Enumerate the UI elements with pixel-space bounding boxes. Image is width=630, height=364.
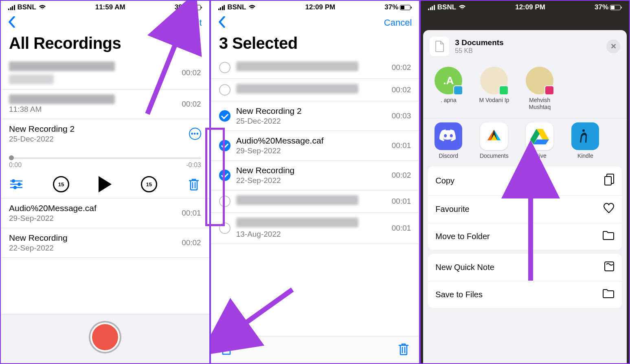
signal-icon — [8, 5, 15, 10]
list-item-selected[interactable]: New Recording 2 25-Dec-2022 ••• — [1, 119, 209, 148]
status-bar: BSNL 12:09 PM 37% — [421, 1, 629, 12]
status-time: 11:59 AM — [95, 3, 125, 11]
play-button[interactable] — [99, 176, 112, 192]
battery-pct: 39% — [175, 3, 189, 11]
close-button[interactable]: ✕ — [606, 39, 620, 53]
contacts-row: .A. apnaM Vodani IpMehvish Mushtaq — [423, 63, 627, 118]
list-item[interactable]: 13-Aug-202200:01 — [211, 213, 419, 244]
apps-row: DiscordDocumentsDriveKindle — [423, 118, 627, 162]
rewind-15-button[interactable]: 15 — [53, 176, 69, 192]
selection-list: 00:0200:02New Recording 225-Dec-202200:0… — [211, 57, 419, 336]
wifi-icon — [459, 4, 466, 10]
player: 0:00-0:03 15 15 — [1, 148, 209, 198]
wifi-icon — [248, 4, 256, 10]
recordings-list: 00:02 11:38 AM 00:02 New Recording 2 25-… — [1, 57, 209, 314]
list-item[interactable]: New Recording22-Sep-2022 00:02 — [1, 228, 209, 258]
record-button[interactable] — [90, 323, 120, 352]
carrier-label: BSNL — [18, 3, 36, 11]
document-icon — [430, 37, 449, 56]
share-title: 3 Documents — [455, 38, 503, 47]
status-bar: BSNL 11:59 AM 39% — [1, 1, 209, 12]
app-discord[interactable]: Discord — [430, 122, 467, 159]
panel-share-sheet: BSNL 12:09 PM 37% 3 Documents 55 KB ✕ .A… — [420, 0, 630, 364]
avatar: .A — [435, 67, 462, 94]
app-documents[interactable]: Documents — [475, 122, 513, 159]
checkbox[interactable] — [219, 140, 230, 151]
action-group: New Quick NoteSave to Files — [428, 254, 622, 308]
contact[interactable]: Mehvish Mushtaq — [521, 67, 558, 111]
share-size: 55 KB — [455, 47, 503, 54]
action-favourite[interactable]: Favourite — [428, 196, 622, 223]
app-icon — [571, 122, 599, 150]
app-icon — [435, 122, 462, 150]
scrubber[interactable] — [9, 157, 201, 159]
svg-point-5 — [14, 186, 16, 189]
more-button[interactable]: ••• — [189, 128, 201, 140]
checkbox[interactable] — [219, 170, 230, 181]
trash-icon[interactable] — [187, 177, 201, 192]
share-header: 3 Documents 55 KB ✕ — [423, 30, 627, 63]
list-item[interactable]: New Recording 225-Dec-202200:03 — [211, 101, 419, 131]
panel-selection: BSNL 12:09 PM 37% Cancel 3 Selected 00:0… — [210, 0, 420, 364]
avatar — [480, 67, 508, 94]
contact[interactable]: M Vodani Ip — [475, 67, 513, 111]
svg-rect-8 — [577, 126, 593, 146]
trash-icon[interactable] — [398, 342, 409, 357]
record-bar — [1, 314, 209, 363]
action-save-to-files[interactable]: Save to Files — [428, 281, 622, 308]
signal-icon — [428, 5, 435, 10]
folder-icon — [602, 289, 615, 301]
list-item[interactable]: New Recording22-Sep-202200:02 — [211, 161, 419, 190]
checkbox[interactable] — [219, 196, 230, 207]
nav-bar: Edit — [1, 12, 209, 33]
bottom-toolbar — [211, 336, 419, 363]
signal-icon — [218, 5, 225, 10]
contact[interactable]: .A. apna — [430, 67, 467, 111]
list-item[interactable]: Audio%20Message.caf29-Sep-202200:01 — [211, 131, 419, 161]
app-icon — [526, 122, 553, 150]
checkbox[interactable] — [219, 110, 230, 122]
heart-icon — [603, 203, 615, 216]
checkbox[interactable] — [219, 222, 230, 234]
forward-15-button[interactable]: 15 — [141, 176, 157, 192]
action-copy[interactable]: Copy — [428, 166, 622, 196]
checkbox[interactable] — [219, 62, 230, 73]
svg-point-4 — [18, 183, 20, 185]
cancel-button[interactable]: Cancel — [384, 17, 412, 28]
battery-icon — [400, 5, 412, 10]
wifi-icon — [39, 4, 46, 10]
page-title: 3 Selected — [211, 33, 419, 57]
list-item[interactable]: 11:38 AM 00:02 — [1, 89, 209, 119]
share-sheet: 3 Documents 55 KB ✕ .A. apnaM Vodani IpM… — [423, 30, 627, 363]
list-item[interactable]: 00:02 — [211, 57, 419, 79]
action-group: CopyFavouriteMove to Folder — [428, 166, 622, 250]
svg-rect-9 — [605, 177, 611, 185]
action-move-to-folder[interactable]: Move to Folder — [428, 223, 622, 250]
edit-button[interactable]: Edit — [187, 17, 202, 28]
page-title: All Recordings — [1, 33, 209, 57]
list-item[interactable]: 00:02 — [1, 57, 209, 89]
list-item[interactable]: 00:01 — [211, 190, 419, 213]
list-item[interactable]: 00:02 — [211, 79, 419, 101]
checkbox[interactable] — [219, 84, 230, 96]
avatar — [526, 67, 553, 94]
panel-all-recordings: BSNL 11:59 AM 39% Edit All Recordings 00… — [0, 0, 210, 364]
svg-point-3 — [12, 180, 15, 182]
app-icon — [480, 122, 508, 150]
svg-rect-10 — [605, 262, 614, 271]
battery-icon — [610, 5, 622, 10]
app-drive[interactable]: Drive — [521, 122, 558, 159]
app-kindle[interactable]: Kindle — [566, 122, 604, 159]
list-item[interactable]: Audio%20Message.caf29-Sep-2022 00:01 — [1, 198, 209, 228]
back-button[interactable] — [8, 16, 15, 29]
status-bar: BSNL 12:09 PM 37% — [211, 1, 419, 12]
back-button[interactable] — [218, 16, 226, 29]
battery-icon — [190, 5, 202, 10]
share-icon[interactable] — [221, 342, 232, 357]
copy-icon — [604, 174, 615, 188]
options-icon[interactable] — [9, 177, 24, 192]
nav-bar: Cancel — [211, 12, 419, 33]
action-new-quick-note[interactable]: New Quick Note — [428, 254, 622, 281]
note-icon — [604, 261, 615, 274]
folder-icon — [602, 231, 615, 242]
